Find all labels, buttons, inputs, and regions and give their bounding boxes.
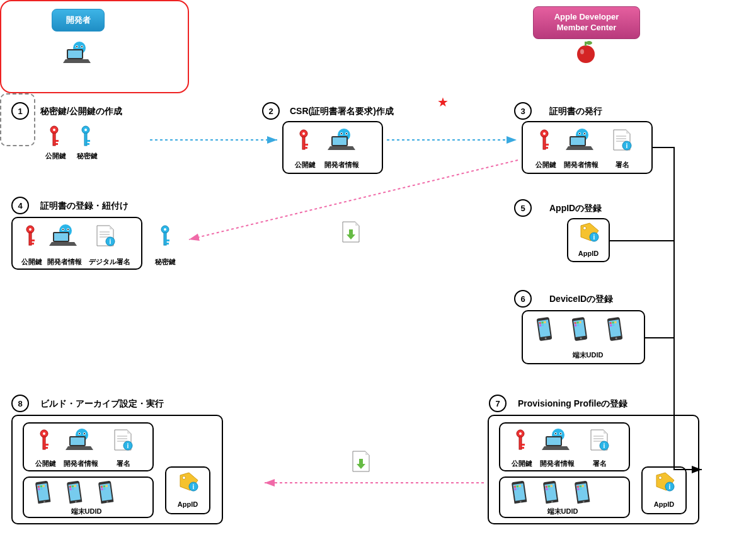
label-privkey-4: 秘密鍵 — [146, 257, 184, 267]
step-3-title: 証明書の発行 — [549, 106, 602, 117]
star-icon: ★ — [437, 95, 449, 110]
download-doc-icon-lower — [350, 450, 372, 474]
step-6-title: DeviceIDの登録 — [549, 294, 613, 305]
phone-icon-6b — [569, 315, 590, 343]
label-sig-3: 署名 — [604, 160, 641, 170]
label-pubkey-8: 公開鍵 — [26, 459, 64, 468]
badge-apple-dev-center: Apple Developer Member Center — [533, 6, 640, 39]
step-3-num: 3 — [514, 102, 532, 120]
pubkey-icon-4 — [23, 224, 38, 247]
pubkey-icon-3 — [537, 129, 552, 151]
devinfo-icon-8 — [66, 427, 97, 454]
devinfo-icon-2 — [328, 127, 359, 154]
sig-icon-8 — [112, 429, 134, 453]
step-2-title: CSR(証明書署名要求)作成 — [290, 106, 394, 117]
phone-icon-7b — [541, 479, 560, 504]
step-4-title: 証明書の登録・紐付け — [40, 200, 129, 212]
step-2-num: 2 — [262, 102, 280, 120]
privkey-icon-4 — [158, 224, 173, 247]
appid-icon-8 — [176, 471, 199, 493]
developer-avatar-icon — [63, 40, 94, 67]
label-appid-7: AppID — [645, 500, 683, 508]
label-sig-8: 署名 — [105, 459, 142, 468]
label-appid-5: AppID — [570, 250, 607, 257]
phone-icon-7c — [572, 479, 592, 504]
appid-icon-7 — [653, 471, 675, 493]
pubkey-icon-2 — [296, 129, 311, 151]
step-7-num: 7 — [489, 395, 507, 412]
signature-icon-3 — [611, 129, 633, 153]
private-key-icon — [78, 125, 93, 147]
devinfo-icon-7 — [542, 427, 573, 454]
appid-icon-5 — [577, 222, 600, 243]
label-privkey-1: 秘密鍵 — [68, 151, 106, 161]
step-1-title: 秘密鍵/公開鍵の作成 — [40, 106, 122, 117]
phone-icon-6c — [604, 315, 625, 343]
apple-icon — [576, 39, 597, 64]
label-devinfo-8: 開発者情報 — [62, 459, 100, 468]
label-sig-7: 署名 — [581, 459, 619, 468]
dsig-icon-4 — [94, 224, 116, 248]
label-devinfo-3: 開発者情報 — [562, 160, 600, 170]
download-doc-icon-upper — [340, 221, 362, 245]
label-udid-8: 端末UDID — [64, 507, 108, 516]
phone-icon-8b — [64, 479, 84, 504]
label-devinfo-2: 開発者情報 — [323, 160, 360, 170]
step-4-privkey-box — [0, 93, 35, 146]
label-appid-8: AppID — [169, 500, 207, 508]
step-5-title: AppIDの登録 — [549, 203, 602, 214]
label-devinfo-4: 開発者情報 — [45, 257, 83, 267]
step-7-title: Provisioning Profileの登録 — [518, 398, 627, 410]
step-5-num: 5 — [514, 199, 532, 217]
phone-icon-8c — [96, 479, 115, 504]
phone-icon-8a — [33, 479, 52, 504]
step-4-num: 4 — [11, 197, 29, 214]
label-devinfo-7: 開発者情報 — [538, 459, 576, 468]
label-udid-6: 端末UDID — [566, 350, 610, 360]
phone-icon-6a — [534, 315, 554, 343]
label-pubkey-7: 公開鍵 — [503, 459, 541, 468]
label-dsig-4: デジタル署名 — [87, 257, 132, 267]
label-pubkey-2: 公開鍵 — [286, 160, 324, 170]
badge-developer: 開発者 — [52, 9, 105, 32]
step-8-num: 8 — [11, 395, 29, 412]
phone-icon-7a — [509, 479, 529, 504]
label-udid-7: 端末UDID — [541, 507, 585, 516]
pubkey-icon-8 — [37, 429, 52, 451]
step-6-num: 6 — [514, 290, 532, 308]
step-8-title: ビルド・アーカイブ設定・実行 — [40, 398, 164, 410]
devinfo-icon-4 — [49, 223, 81, 250]
step-1-num: 1 — [11, 102, 29, 120]
label-pubkey-3: 公開鍵 — [527, 160, 564, 170]
sig-icon-7 — [588, 429, 610, 453]
devinfo-icon-3 — [566, 127, 597, 154]
public-key-icon — [47, 125, 62, 147]
pubkey-icon-7 — [513, 429, 528, 451]
label-pubkey-4: 公開鍵 — [13, 257, 50, 267]
